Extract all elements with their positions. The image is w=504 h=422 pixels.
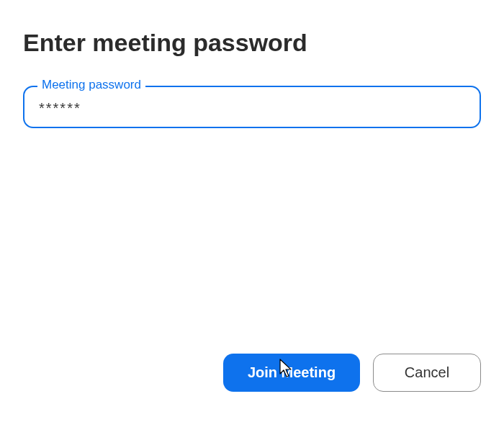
dialog-title: Enter meeting password [23, 29, 481, 57]
password-dialog: Enter meeting password Meeting password … [0, 0, 504, 422]
join-meeting-button[interactable]: Join Meeting [223, 354, 360, 392]
password-field-wrapper: Meeting password [23, 86, 481, 128]
password-field-label: Meeting password [37, 78, 145, 92]
dialog-actions: Join Meeting Cancel [23, 354, 481, 399]
cancel-button[interactable]: Cancel [373, 354, 481, 392]
